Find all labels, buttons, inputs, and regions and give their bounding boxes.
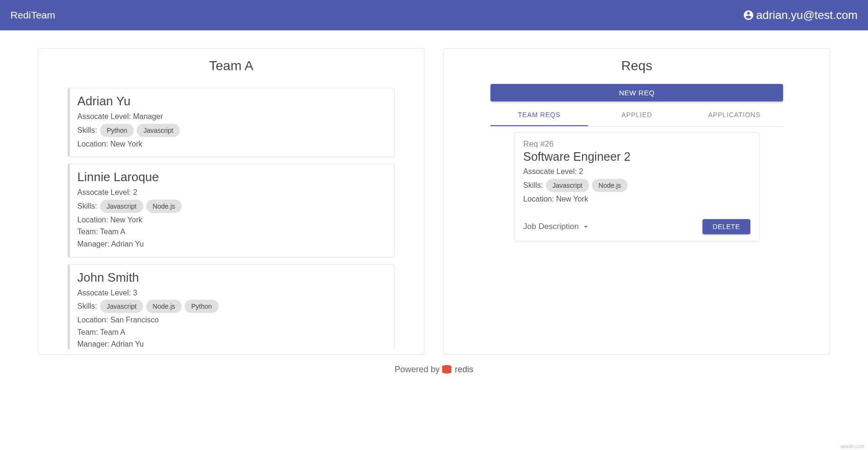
member-location: Location: New York: [77, 214, 387, 226]
team-member-list[interactable]: Adrian Yu Assocate Level: Manager Skills…: [47, 84, 416, 349]
member-card[interactable]: John Smith Assocate Level: 3 Skills: Jav…: [68, 264, 395, 349]
member-team: Team: Team A: [77, 326, 387, 339]
req-card: Req #26 Software Engineer 2 Assocate Lev…: [514, 132, 759, 241]
powered-by-label: Powered by: [395, 365, 440, 375]
app-header: RediTeam adrian.yu@test.com: [0, 0, 868, 30]
member-location: Location: San Francisco: [77, 314, 387, 326]
reqs-inner: NEW REQ TEAM REQS APPLIED APPLICATIONS R…: [452, 84, 821, 241]
user-email: adrian.yu@test.com: [756, 9, 858, 22]
skill-chip: Node.js: [146, 300, 182, 313]
tab-applied[interactable]: APPLIED: [588, 104, 686, 126]
footer: Powered by redis: [0, 359, 868, 377]
member-skills-row: Skills: Javascript Node.js Python: [77, 300, 387, 313]
member-name: John Smith: [77, 270, 387, 285]
skills-label: Skills:: [77, 302, 97, 311]
job-description-label: Job Description: [523, 222, 579, 231]
reqs-tabs: TEAM REQS APPLIED APPLICATIONS: [490, 104, 783, 127]
member-team: Team: Team A: [77, 226, 387, 238]
redis-logo: redis: [441, 364, 473, 375]
req-level: Assocate Level: 2: [523, 165, 750, 178]
req-skills-row: Skills: Javascript Node.js: [523, 179, 750, 192]
req-id: Req #26: [523, 139, 750, 149]
member-name: Adrian Yu: [77, 94, 387, 109]
tab-applications[interactable]: APPLICATIONS: [685, 104, 783, 126]
new-req-button[interactable]: NEW REQ: [490, 84, 783, 101]
user-section[interactable]: adrian.yu@test.com: [743, 9, 858, 22]
account-circle-icon: [743, 9, 754, 21]
member-level: Assocate Level: Manager: [77, 110, 387, 123]
skills-label: Skills:: [77, 126, 97, 135]
main-content: Team A Adrian Yu Assocate Level: Manager…: [0, 30, 868, 359]
reqs-panel-title: Reqs: [452, 58, 821, 73]
req-location: Location: New York: [523, 193, 750, 205]
skill-chip: Javascript: [100, 300, 143, 313]
reqs-panel: Reqs NEW REQ TEAM REQS APPLIED APPLICATI…: [443, 48, 830, 355]
brand-title[interactable]: RediTeam: [10, 9, 55, 21]
redis-text: redis: [455, 365, 473, 375]
member-name: Linnie Laroque: [77, 170, 387, 184]
req-footer: Job Description DELETE: [523, 219, 750, 234]
skill-chip: Python: [100, 124, 134, 137]
redis-icon: [441, 364, 453, 375]
member-location: Location: New York: [77, 138, 387, 150]
skill-chip: Javascript: [100, 200, 143, 213]
team-panel: Team A Adrian Yu Assocate Level: Manager…: [38, 48, 425, 355]
svg-point-5: [442, 369, 452, 373]
skills-label: Skills:: [77, 202, 97, 211]
member-card[interactable]: Adrian Yu Assocate Level: Manager Skills…: [68, 88, 395, 157]
member-skills-row: Skills: Python Javascript: [77, 124, 387, 137]
job-description-toggle[interactable]: Job Description: [523, 222, 590, 231]
member-skills-row: Skills: Javascript Node.js: [77, 200, 387, 213]
member-card[interactable]: Linnie Laroque Assocate Level: 2 Skills:…: [68, 164, 395, 257]
skill-chip: Node.js: [592, 179, 628, 192]
tab-team-reqs[interactable]: TEAM REQS: [490, 104, 588, 126]
skill-chip: Javascript: [137, 124, 180, 137]
skill-chip: Javascript: [546, 179, 589, 192]
skill-chip: Node.js: [146, 200, 182, 213]
team-panel-title: Team A: [47, 58, 416, 73]
skill-chip: Python: [185, 300, 219, 313]
member-level: Assocate Level: 3: [77, 287, 387, 299]
member-manager: Manager: Adrian Yu: [77, 238, 387, 250]
req-title: Software Engineer 2: [523, 150, 750, 164]
chevron-down-icon: [582, 222, 590, 231]
member-manager: Manager: Adrian Yu: [77, 338, 387, 349]
skills-label: Skills:: [523, 181, 543, 190]
member-level: Assocate Level: 2: [77, 186, 387, 199]
delete-button[interactable]: DELETE: [702, 219, 750, 234]
